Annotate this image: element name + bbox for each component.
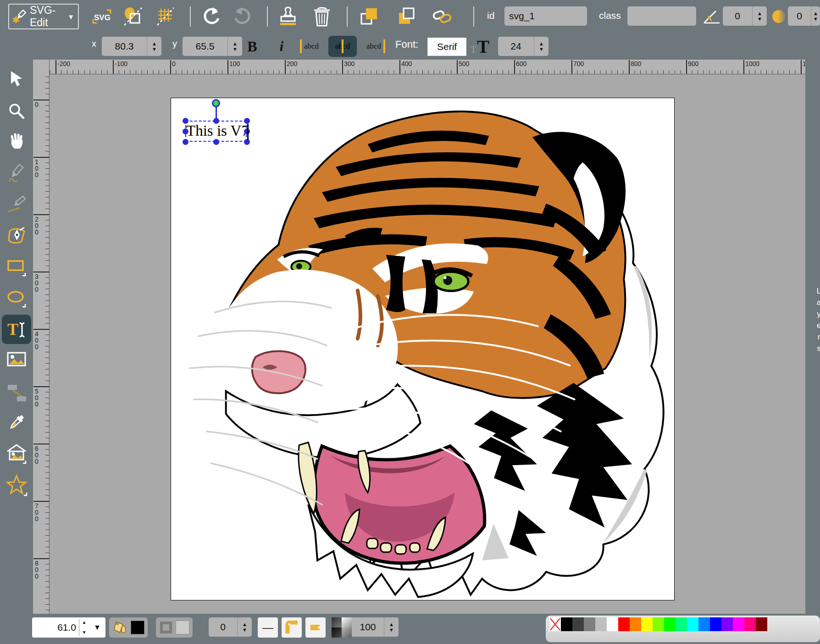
palette-swatch[interactable]: [595, 617, 607, 631]
opacity-value[interactable]: 100: [352, 617, 384, 637]
selection-handle-sw[interactable]: [183, 139, 188, 145]
zoom-spinner[interactable]: ▲▼: [79, 619, 89, 636]
tiger-artwork[interactable]: [171, 98, 674, 600]
palette-swatch[interactable]: [721, 617, 733, 631]
svg-source-button[interactable]: SVG: [91, 6, 113, 28]
x-field: 80.3 ▲▼: [102, 37, 161, 56]
ruler-top-label: 0: [172, 60, 176, 67]
text-anchor-start-button[interactable]: abcd: [297, 36, 326, 57]
italic-button[interactable]: i: [271, 36, 292, 57]
rotation-angle-field: 0 ▲▼: [723, 6, 767, 26]
pan-tool-button[interactable]: [4, 128, 29, 154]
eyedropper-tool-button[interactable]: [4, 410, 29, 435]
zoom-dropdown-arrow[interactable]: ▼: [89, 623, 105, 632]
palette-swatch[interactable]: [630, 617, 641, 631]
svg-canvas-page[interactable]: This is V7: [171, 98, 675, 600]
opacity-spinner[interactable]: ▲▼: [384, 617, 399, 637]
zoom-value[interactable]: 61.0: [32, 622, 79, 633]
rotation-angle-value[interactable]: 0: [723, 6, 752, 26]
palette-swatch[interactable]: [744, 617, 756, 631]
star-tool-button[interactable]: [4, 472, 29, 498]
zoom-control[interactable]: 61.0 ▲▼ ▼: [32, 617, 105, 638]
selection-handle-s[interactable]: [213, 139, 219, 145]
font-size-value[interactable]: 24: [498, 37, 534, 56]
selection-handle-nw[interactable]: [183, 118, 188, 124]
text-context-toolbar: x 80.3 ▲▼ y 65.5 ▲▼ B i abcd abcd abcd F…: [0, 33, 820, 60]
rect-tool-button[interactable]: [4, 255, 29, 281]
zoom-tool-button[interactable]: [4, 98, 29, 124]
canvas-workspace[interactable]: This is V7: [50, 74, 805, 614]
move-to-top-button[interactable]: [359, 6, 381, 28]
font-family-button[interactable]: Serif: [427, 38, 466, 56]
clone-stamp-button[interactable]: [277, 6, 299, 28]
y-spinner[interactable]: ▲▼: [227, 37, 242, 56]
selection-handle-w[interactable]: [183, 128, 188, 134]
text-anchor-end-button[interactable]: abcd: [360, 36, 388, 57]
path-tool-button[interactable]: [4, 222, 29, 248]
toolbar-separator: [190, 6, 191, 27]
document-properties-button[interactable]: [122, 6, 144, 28]
palette-swatch[interactable]: [641, 617, 653, 631]
fill-color-swatch[interactable]: [131, 621, 144, 634]
select-tool-button[interactable]: [4, 66, 29, 91]
stroke-join-button[interactable]: [282, 617, 302, 638]
selection-handle-n[interactable]: [213, 118, 219, 124]
selection-handle-ne[interactable]: [244, 118, 250, 124]
stroke-cap-button[interactable]: [305, 617, 326, 638]
ruler-left-label: 500: [35, 388, 39, 407]
ellipse-tool-button[interactable]: [4, 286, 29, 312]
palette-swatch[interactable]: [733, 617, 744, 631]
rotation-angle-spinner[interactable]: ▲▼: [752, 6, 767, 26]
x-spinner[interactable]: ▲▼: [147, 37, 161, 56]
stroke-color-control[interactable]: [156, 617, 193, 638]
palette-swatch[interactable]: [653, 617, 664, 631]
palette-swatch[interactable]: [572, 617, 584, 631]
ruler-left-label: 700: [35, 503, 39, 522]
delete-button[interactable]: [311, 6, 333, 28]
stroke-color-swatch[interactable]: [176, 621, 189, 634]
main-menu-button[interactable]: SVG-Edit ▼: [8, 4, 79, 29]
shape-library-button[interactable]: [4, 441, 29, 467]
palette-swatch[interactable]: [618, 617, 630, 631]
blur-spinner[interactable]: ▲▼: [811, 6, 820, 26]
bold-button[interactable]: B: [242, 36, 262, 57]
layers-panel-toggle[interactable]: Layers: [805, 60, 820, 614]
image-icon: [6, 349, 27, 370]
image-tool-button[interactable]: [4, 347, 29, 372]
blur-value[interactable]: 0: [788, 6, 811, 26]
palette-swatch[interactable]: [710, 617, 721, 631]
opacity-icon: [332, 617, 352, 638]
palette-swatch-none[interactable]: [549, 617, 561, 631]
editor-preferences-button[interactable]: [154, 6, 176, 28]
text-anchor-middle-button[interactable]: abcd: [328, 36, 357, 57]
stroke-width-spinner[interactable]: ▲▼: [237, 617, 252, 637]
line-tool-button[interactable]: [4, 191, 29, 217]
palette-swatch[interactable]: [687, 617, 698, 631]
bottom-toolbar: 61.0 ▲▼ ▼ 0 ▲▼ —: [0, 614, 820, 644]
text-tool-button[interactable]: T: [2, 315, 31, 344]
palette-swatch[interactable]: [584, 617, 595, 631]
stroke-dash-button[interactable]: —: [258, 617, 278, 638]
element-id-input[interactable]: [504, 6, 587, 26]
rotate-handle[interactable]: [212, 99, 220, 107]
palette-swatch[interactable]: [698, 617, 710, 631]
ruler-top-label: 1000: [745, 60, 759, 67]
y-value[interactable]: 65.5: [183, 37, 227, 56]
move-to-bottom-button[interactable]: [395, 6, 417, 28]
palette-swatch[interactable]: [676, 617, 687, 631]
palette-swatch[interactable]: [664, 617, 676, 631]
palette-swatch[interactable]: [561, 617, 572, 631]
anchor-sample-text: abcd: [304, 42, 319, 51]
redo-button[interactable]: [232, 6, 254, 28]
element-class-input[interactable]: [627, 6, 696, 26]
x-value[interactable]: 80.3: [102, 37, 147, 56]
stroke-width-value[interactable]: 0: [209, 617, 237, 637]
pencil-tool-button[interactable]: [4, 161, 29, 187]
link-button[interactable]: [431, 6, 453, 28]
undo-button[interactable]: [200, 6, 222, 28]
palette-swatch[interactable]: [756, 617, 767, 631]
connector-tool-button[interactable]: [4, 380, 29, 406]
font-size-spinner[interactable]: ▲▼: [534, 37, 549, 56]
palette-swatch[interactable]: [607, 617, 618, 631]
fill-color-control[interactable]: [109, 617, 148, 638]
